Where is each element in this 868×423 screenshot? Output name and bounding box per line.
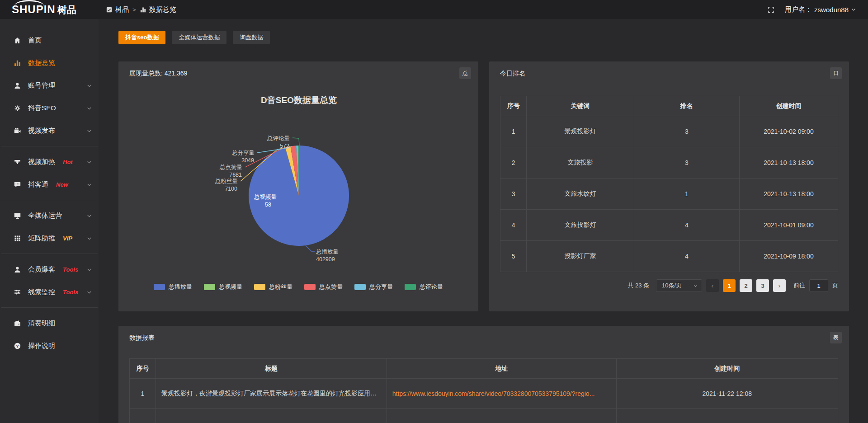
legend-swatch — [204, 284, 215, 290]
overview-panel: 展现量总数: 421,369 总 D音SEO数据量总览总播放量402909总视频… — [118, 61, 478, 311]
report-badge-button[interactable]: 表 — [830, 332, 842, 343]
legend-item-总分享量[interactable]: 总分享量 — [354, 283, 393, 291]
pie-label-value: 402909 — [316, 256, 335, 263]
ranking-cell: 2021-10-13 18:00 — [739, 147, 838, 179]
ranking-cell: 3 — [634, 147, 739, 179]
ranking-cell: 2021-10-02 09:00 — [739, 116, 838, 147]
sidebar-item-线索监控[interactable]: 线索监控Tools — [0, 281, 99, 303]
username-value: zswodun88 — [814, 6, 849, 14]
report-url-cell: https://www.iesdouyin.com/share/video/70… — [387, 379, 616, 409]
page-button-1[interactable]: 1 — [723, 279, 736, 292]
sidebar-item-矩阵助推[interactable]: 矩阵助推VIP — [0, 227, 99, 249]
tab-抖音seo数据[interactable]: 抖音seo数据 — [118, 31, 165, 44]
sidebar-item-视频加热[interactable]: 视频加热Hot — [0, 150, 99, 173]
report-row-partial — [130, 409, 838, 423]
prev-page-button[interactable]: ‹ — [706, 279, 719, 292]
chevron-down-icon — [86, 267, 92, 273]
legend-item-总视频量[interactable]: 总视频量 — [204, 283, 242, 291]
ranking-cell: 2021-10-13 18:00 — [739, 179, 838, 210]
chevron-down-icon — [86, 289, 92, 295]
legend-item-总点赞量[interactable]: 总点赞量 — [304, 283, 343, 291]
ranking-cell: 1 — [634, 179, 739, 210]
legend-swatch — [405, 284, 416, 290]
ranking-cell: 4 — [634, 210, 739, 241]
app-root: SHUPIN 树品 树品 > 数据总览 用户名：zswodun88 — [0, 0, 868, 423]
legend-item-总粉丝量[interactable]: 总粉丝量 — [254, 283, 292, 291]
sidebar-item-label: 会员爆客 — [28, 265, 55, 274]
sidebar-item-抖音SEO[interactable]: 抖音SEO — [0, 97, 99, 119]
ranking-row: 1景观投影灯32021-10-02 09:00 — [500, 116, 838, 147]
data-tabs: 抖音seo数据全媒体运营数据询盘数据 — [118, 31, 849, 44]
sidebar-item-账号管理[interactable]: 账号管理 — [0, 74, 99, 97]
breadcrumb-page[interactable]: 数据总览 — [140, 5, 176, 14]
ranking-cell: 4 — [500, 210, 527, 241]
sliders-icon — [14, 288, 21, 296]
ranking-badge-button[interactable]: 日 — [830, 67, 842, 79]
sidebar-item-label: 全媒体运营 — [28, 212, 62, 220]
sidebar-divider — [1, 146, 98, 146]
ranking-cell: 文旅水纹灯 — [527, 179, 634, 210]
chevron-down-icon — [86, 182, 92, 188]
user-menu[interactable]: 用户名：zswodun88 — [785, 5, 856, 14]
sidebar-item-badge: Tools — [63, 289, 78, 296]
sidebar-item-label: 数据总览 — [28, 59, 55, 67]
sidebar-item-全媒体运营[interactable]: 全媒体运营 — [0, 204, 99, 227]
column-header: 创建时间 — [616, 359, 838, 379]
grid-icon — [14, 235, 21, 242]
sidebar-item-数据总览[interactable]: 数据总览 — [0, 52, 99, 74]
fullscreen-icon[interactable] — [767, 6, 775, 14]
column-header: 标题 — [156, 359, 387, 379]
brand-logo-en: SHUPIN — [12, 3, 56, 16]
home-icon — [14, 37, 21, 44]
goto-unit: 页 — [832, 282, 838, 290]
page-number-list: 123 — [723, 279, 769, 292]
video-link[interactable]: https://www.iesdouyin.com/share/video/70… — [392, 390, 595, 397]
sidebar-item-视频发布[interactable]: 视频发布 — [0, 119, 99, 142]
ranking-cell: 4 — [634, 241, 739, 272]
ranking-panel-title: 今日排名 — [489, 61, 849, 78]
sidebar-divider — [1, 307, 98, 308]
report-panel: 数据报表 表 序号标题地址创建时间1景观投影灯，夜游景观投影灯厂家展示展示落花灯… — [118, 326, 849, 423]
sidebar-item-消费明细[interactable]: 消费明细 — [0, 312, 99, 334]
sidebar-item-badge: New — [56, 181, 68, 188]
goto-page-input[interactable] — [809, 279, 828, 292]
chevron-down-icon — [86, 235, 92, 241]
report-panel-title: 数据报表 — [118, 326, 849, 342]
breadcrumb-app[interactable]: 树品 — [106, 5, 129, 14]
column-header: 序号 — [500, 96, 527, 116]
user-icon — [14, 82, 21, 89]
monitor-icon — [14, 212, 21, 220]
legend-item-总评论量[interactable]: 总评论量 — [405, 283, 443, 291]
legend-swatch — [154, 284, 165, 290]
pie-label-name: 总评论量 — [267, 135, 290, 141]
pie-label-value: 7100 — [225, 186, 237, 192]
sidebar-item-操作说明[interactable]: ?操作说明 — [0, 334, 99, 357]
page-size-select[interactable]: 10条/页 — [656, 279, 702, 292]
tab-询盘数据[interactable]: 询盘数据 — [233, 31, 270, 44]
sidebar-item-会员爆客[interactable]: 会员爆客Tools — [0, 258, 99, 281]
svg-text:?: ? — [16, 343, 19, 348]
page-button-3[interactable]: 3 — [756, 279, 769, 292]
main-content: 抖音seo数据全媒体运营数据询盘数据 展现量总数: 421,369 总 D音SE… — [99, 19, 868, 423]
legend-label: 总播放量 — [169, 283, 192, 291]
overview-badge-button[interactable]: 总 — [459, 67, 471, 79]
sidebar-item-抖客通[interactable]: 抖客通New — [0, 173, 99, 196]
ranking-table: 序号关键词排名创建时间1景观投影灯32021-10-02 09:002文旅投影3… — [500, 96, 838, 272]
tab-全媒体运营数据[interactable]: 全媒体运营数据 — [172, 31, 226, 44]
sidebar-item-label: 抖音SEO — [28, 104, 56, 113]
select-arrow-icon — [693, 283, 698, 288]
sidebar-item-badge: Tools — [63, 266, 78, 273]
pie-label-name: 总点赞量 — [219, 164, 242, 170]
sidebar-divider — [1, 254, 98, 254]
legend-item-总播放量[interactable]: 总播放量 — [154, 283, 192, 291]
column-header: 地址 — [387, 359, 616, 379]
breadcrumb: 树品 > 数据总览 — [106, 5, 176, 14]
bar-chart-icon — [140, 6, 146, 13]
goto-label: 前往 — [793, 282, 805, 290]
topbar-right: 用户名：zswodun88 — [767, 5, 868, 14]
page-button-2[interactable]: 2 — [740, 279, 752, 292]
sidebar-item-首页[interactable]: 首页 — [0, 29, 99, 52]
brand-logo-cn: 树品 — [57, 4, 76, 16]
report-table: 序号标题地址创建时间1景观投影灯，夜游景观投影灯厂家展示展示落花灯在花园里的灯光… — [129, 358, 838, 423]
next-page-button[interactable]: › — [773, 279, 786, 292]
